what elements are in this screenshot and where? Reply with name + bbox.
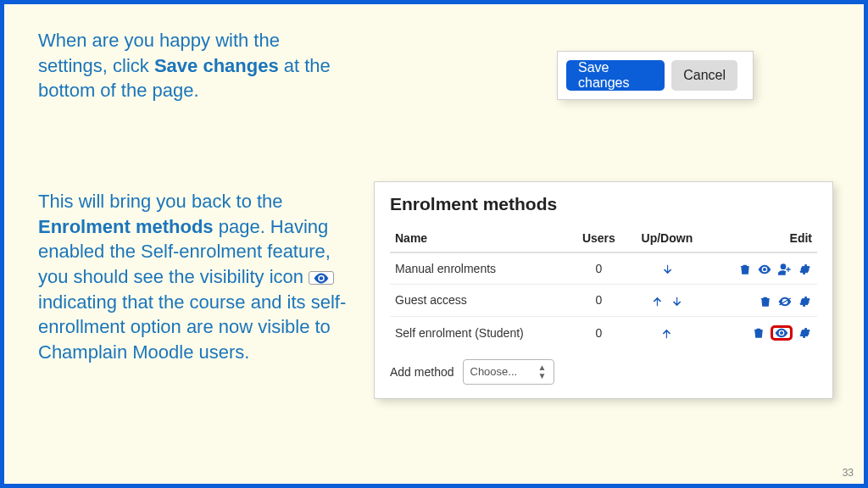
cancel-button[interactable]: Cancel xyxy=(671,60,737,91)
cell-name: Guest access xyxy=(390,285,570,316)
delete-icon[interactable] xyxy=(760,296,771,308)
slide: When are you happy with the settings, cl… xyxy=(0,0,868,488)
save-cancel-screenshot: Save changes Cancel xyxy=(558,52,753,99)
move-down-icon[interactable] xyxy=(661,263,673,275)
table-row: Guest access 0 xyxy=(390,285,817,316)
eye-hidden-icon[interactable] xyxy=(778,297,792,307)
col-name: Name xyxy=(390,225,570,252)
move-down-icon[interactable] xyxy=(670,296,682,308)
table-row: Manual enrolments 0 xyxy=(390,252,817,285)
visibility-eye-icon-inline xyxy=(309,271,334,285)
select-value: Choose... xyxy=(470,365,518,378)
enrolment-table: Name Users Up/Down Edit Manual enrolment… xyxy=(390,225,817,349)
cell-updown xyxy=(627,285,708,316)
settings-icon[interactable] xyxy=(798,263,810,275)
settings-icon[interactable] xyxy=(798,327,810,339)
enrol-users-icon[interactable] xyxy=(778,263,792,275)
move-up-icon[interactable] xyxy=(652,296,664,308)
eye-icon[interactable] xyxy=(758,264,771,274)
text-bold: Enrolment methods xyxy=(38,216,214,237)
move-up-icon[interactable] xyxy=(661,328,673,340)
settings-icon[interactable] xyxy=(798,296,810,308)
text: This will bring you back to the xyxy=(38,191,283,212)
col-updown: Up/Down xyxy=(627,225,708,252)
panel-title: Enrolment methods xyxy=(390,194,817,214)
save-button[interactable]: Save changes xyxy=(566,60,665,91)
highlighted-eye-icon[interactable] xyxy=(771,325,793,341)
chevron-updown-icon: ▲▼ xyxy=(538,363,547,380)
cell-edit xyxy=(707,316,817,349)
text: indicating that the course and its self-… xyxy=(38,291,346,363)
cell-name: Self enrolment (Student) xyxy=(390,316,570,349)
instruction-save-changes: When are you happy with the settings, cl… xyxy=(38,28,343,103)
enrolment-methods-panel: Enrolment methods Name Users Up/Down Edi… xyxy=(375,182,832,398)
col-edit: Edit xyxy=(707,225,817,252)
cell-updown xyxy=(627,316,708,349)
add-method-select[interactable]: Choose... ▲▼ xyxy=(463,359,554,385)
table-row: Self enrolment (Student) 0 xyxy=(390,316,817,349)
text-bold: Save changes xyxy=(154,55,279,76)
cell-updown xyxy=(627,252,708,285)
delete-icon[interactable] xyxy=(739,263,751,275)
add-method-label: Add method xyxy=(390,365,454,379)
cell-users: 0 xyxy=(570,285,626,316)
col-users: Users xyxy=(570,225,626,252)
add-method-row: Add method Choose... ▲▼ xyxy=(390,359,817,385)
cell-edit xyxy=(707,252,817,285)
instruction-enrolment-page: This will bring you back to the Enrolmen… xyxy=(38,189,352,365)
cell-edit xyxy=(707,285,817,316)
delete-icon[interactable] xyxy=(753,327,765,339)
page-number: 33 xyxy=(843,467,854,479)
cell-name: Manual enrolments xyxy=(390,252,570,285)
cell-users: 0 xyxy=(570,252,626,285)
cell-users: 0 xyxy=(570,316,626,349)
